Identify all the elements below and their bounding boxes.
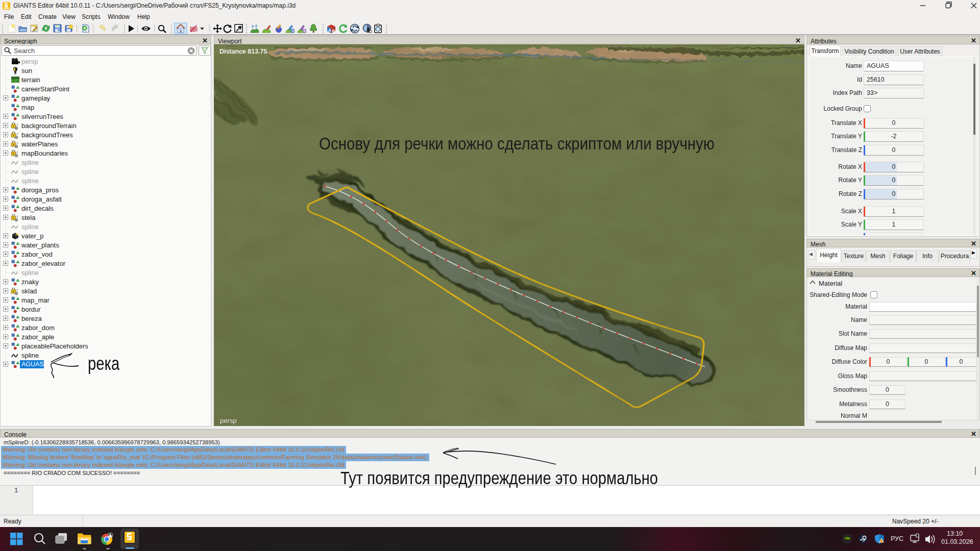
svg-text:znaky: znaky bbox=[21, 278, 39, 286]
svg-text:bordur: bordur bbox=[21, 306, 41, 313]
svg-text:spline: spline bbox=[21, 159, 39, 166]
svg-text:gameplay: gameplay bbox=[21, 94, 51, 102]
svg-text:vater_p: vater_p bbox=[21, 232, 43, 240]
svg-text:bereza: bereza bbox=[21, 315, 42, 322]
svg-text:stela: stela bbox=[21, 214, 36, 221]
svg-text:careerStartPoint: careerStartPoint bbox=[21, 85, 69, 93]
svg-text:F: F bbox=[304, 29, 306, 33]
svg-text:water_plants: water_plants bbox=[21, 241, 59, 249]
svg-text:placeablePlaceholders: placeablePlaceholders bbox=[21, 342, 88, 350]
svg-text:zabor_elevator: zabor_elevator bbox=[21, 260, 66, 267]
svg-text:backgroundTrees: backgroundTrees bbox=[21, 131, 73, 139]
svg-text:spline: spline bbox=[21, 269, 39, 277]
svg-text:zabor_aple: zabor_aple bbox=[21, 333, 54, 341]
svg-text:A: A bbox=[328, 28, 331, 33]
svg-text:doroga_pros: doroga_pros bbox=[21, 186, 59, 194]
svg-text:spline: spline bbox=[21, 168, 39, 176]
svg-text:backgroundTerrain: backgroundTerrain bbox=[21, 122, 77, 130]
svg-text:silverrunTrees: silverrunTrees bbox=[21, 113, 63, 120]
svg-text:sun: sun bbox=[21, 67, 32, 74]
svg-text:spline: spline bbox=[21, 177, 39, 185]
svg-text:map_mar: map_mar bbox=[21, 296, 50, 304]
svg-text:zabor_dom: zabor_dom bbox=[21, 324, 55, 332]
svg-text:sklad: sklad bbox=[21, 287, 37, 295]
svg-text:spline: spline bbox=[21, 352, 39, 359]
svg-text:persp: persp bbox=[220, 417, 237, 424]
svg-text:spline: spline bbox=[21, 223, 39, 231]
svg-text:doroga_asfalt: doroga_asfalt bbox=[21, 195, 62, 203]
svg-text:dirt_decals: dirt_decals bbox=[21, 205, 54, 212]
svg-text:zabor_vod: zabor_vod bbox=[21, 251, 53, 258]
svg-text:waterPlanes: waterPlanes bbox=[21, 140, 58, 148]
svg-text:terrain: terrain bbox=[21, 76, 40, 84]
svg-text:6: 6 bbox=[292, 29, 294, 33]
svg-text:B: B bbox=[332, 29, 335, 33]
svg-text:persp: persp bbox=[21, 58, 38, 65]
svg-text:Distance 813.75: Distance 813.75 bbox=[219, 47, 267, 55]
svg-text:map: map bbox=[21, 104, 34, 111]
svg-text:mapBoundaries: mapBoundaries bbox=[21, 149, 68, 157]
svg-text:AGUAS: AGUAS bbox=[21, 361, 44, 368]
